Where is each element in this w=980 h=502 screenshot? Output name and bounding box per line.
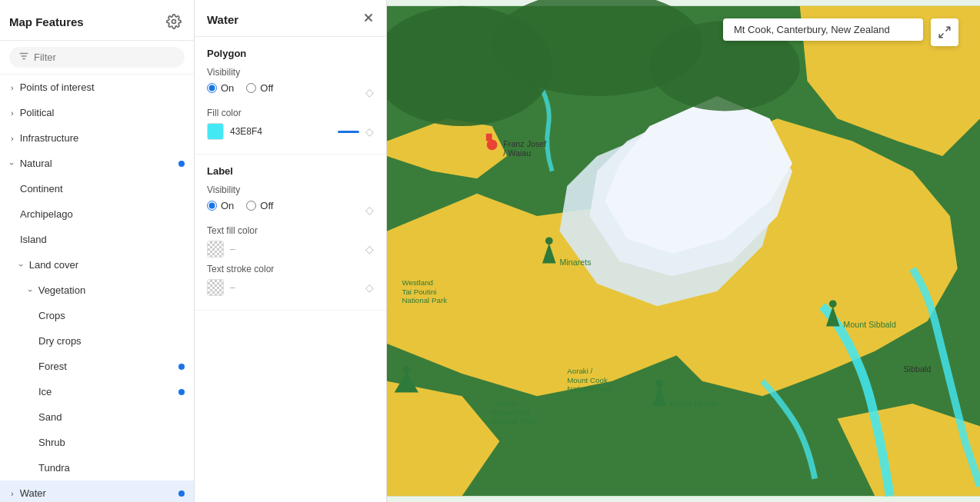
expand-icon [938,25,952,39]
minarets-label: Minarets [559,258,591,267]
polygon-visibility-label: Visibility [207,67,374,78]
sidebar-item-dry-crops[interactable]: Dry crops [0,328,194,354]
text-stroke-color-swatch[interactable] [207,279,224,296]
sidebar-item-political[interactable]: › Political [0,100,194,125]
polygon-visibility-radio-group: On Off [207,82,273,94]
polygon-section: Polygon Visibility On Off ◇ Fill color 4… [195,37,386,155]
diamond-icon[interactable]: ◇ [365,281,374,294]
sidebar-item-ice[interactable]: Ice [0,379,194,404]
chevron-right-icon: › [11,83,14,92]
polygon-visibility-on-radio[interactable] [207,83,217,93]
sidebar-item-sand[interactable]: Sand [0,404,194,430]
chevron-down-icon: › [17,264,26,267]
polygon-visibility-off-label[interactable]: Off [246,82,273,94]
close-icon [362,11,375,25]
sidebar-item-water[interactable]: › Water [0,480,194,502]
close-button[interactable] [362,11,375,28]
filter-input[interactable] [34,52,175,63]
chevron-down-icon: › [26,289,35,292]
sibbald-label: Sibbald [903,364,931,374]
text-stroke-color-label: Text stroke color [207,264,374,274]
map-search-bar[interactable]: Mt Cook, Canterbury, New Zealand [723,18,923,41]
fill-color-swatch-row: 43E8F4 [207,123,338,140]
text-fill-color-swatch-row: – [207,241,365,258]
expand-button[interactable] [931,18,958,46]
svg-text:Mount Cook: Mount Cook [491,408,532,417]
mount-sibbald-label: Mount Sibbald [843,320,896,329]
sidebar-item-archipelago[interactable]: Archipelago [0,201,194,227]
polygon-visibility-on-label[interactable]: On [207,82,234,94]
diamond-icon[interactable]: ◇ [365,125,374,138]
chevron-right-icon: › [11,489,14,498]
svg-text:National Park: National Park [491,417,536,425]
label-section-title: Label [207,165,374,177]
label-visibility-row: On Off ◇ [207,200,374,219]
modified-dot [178,161,185,167]
polygon-visibility-off-radio[interactable] [246,83,256,93]
filter-input-wrap [9,47,185,68]
filter-icon [18,51,29,64]
middle-panel: Water Polygon Visibility On Off ◇ F [195,0,387,502]
sidebar-item-continent[interactable]: Continent [0,176,194,201]
sidebar-item-crops[interactable]: Crops [0,303,194,328]
svg-point-32 [655,380,663,387]
polygon-visibility-row: On Off ◇ [207,82,374,101]
label-visibility-off-radio[interactable] [246,201,256,211]
middle-header: Water [195,0,386,37]
sidebar-item-tundra[interactable]: Tundra [0,455,194,480]
svg-line-35 [946,27,950,31]
settings-button[interactable] [163,11,185,32]
label-visibility-on-radio[interactable] [207,201,217,211]
water-panel-title: Water [207,13,238,26]
fill-color-label: Fill color [207,108,374,118]
sidebar-item-island[interactable]: Island [0,227,194,252]
diamond-icon[interactable]: ◇ [365,86,374,98]
diamond-icon[interactable]: ◇ [365,243,374,255]
diamond-icon[interactable]: ◇ [365,204,374,216]
filter-bar [0,41,194,75]
sidebar-item-land-cover[interactable]: › Land cover [0,252,194,278]
polygon-section-title: Polygon [207,48,374,59]
fill-color-swatch[interactable] [207,123,224,140]
label-visibility-on-label[interactable]: On [207,200,234,211]
mount-hutton-label: Mount Hutton [669,399,718,408]
modified-dot [178,364,185,370]
nav-list: › Points of interest › Political › Infra… [0,75,194,502]
fill-color-hex: 43E8F4 [230,126,262,137]
label-visibility-off-label[interactable]: Off [246,200,273,211]
sidebar-item-forest[interactable]: Forest [0,354,194,379]
svg-point-28 [829,300,837,308]
sidebar-item-vegetation[interactable]: › Vegetation [0,278,194,303]
text-fill-color-value: – [230,244,235,254]
chevron-down-icon: › [8,162,17,165]
text-stroke-color-row: – ◇ [207,279,374,296]
sidebar-item-points-of-interest[interactable]: › Points of interest [0,75,194,100]
left-panel: Map Features › Points of interest › Poli… [0,0,195,502]
westland-label: Westland [402,278,433,287]
chevron-right-icon: › [11,134,14,143]
fill-line-indicator [338,131,359,133]
svg-line-36 [939,34,943,38]
modified-dot [178,389,185,395]
map-search-value: Mt Cook, Canterbury, New Zealand [734,24,890,35]
aoraki-label-2: Aoraki / [496,399,522,407]
svg-text:Tai Poutini: Tai Poutini [402,288,437,296]
text-fill-color-label: Text fill color [207,225,374,236]
text-stroke-color-swatch-row: – [207,279,365,296]
modified-dot [178,490,185,497]
label-section: Label Visibility On Off ◇ Text fill colo… [195,155,386,311]
svg-point-34 [402,366,410,374]
svg-text:National Park: National Park [402,296,448,304]
sidebar-item-natural[interactable]: › Natural [0,151,194,176]
text-stroke-color-value: – [230,282,235,293]
franz-josef-label: Franz Josef [503,139,546,148]
map-area[interactable]: WEST COAST WEST COAST CANTERBURY CANTERB… [387,0,980,502]
sidebar-item-infrastructure[interactable]: › Infrastructure [0,125,194,151]
fill-color-row: 43E8F4 ◇ [207,123,374,140]
text-fill-color-swatch[interactable] [207,241,224,258]
svg-point-19 [487,140,498,151]
svg-point-0 [172,20,176,24]
map-svg: WEST COAST WEST COAST CANTERBURY CANTERB… [387,0,980,502]
sidebar-item-shrub[interactable]: Shrub [0,430,194,455]
svg-text:Mount Cook: Mount Cook [567,376,608,384]
